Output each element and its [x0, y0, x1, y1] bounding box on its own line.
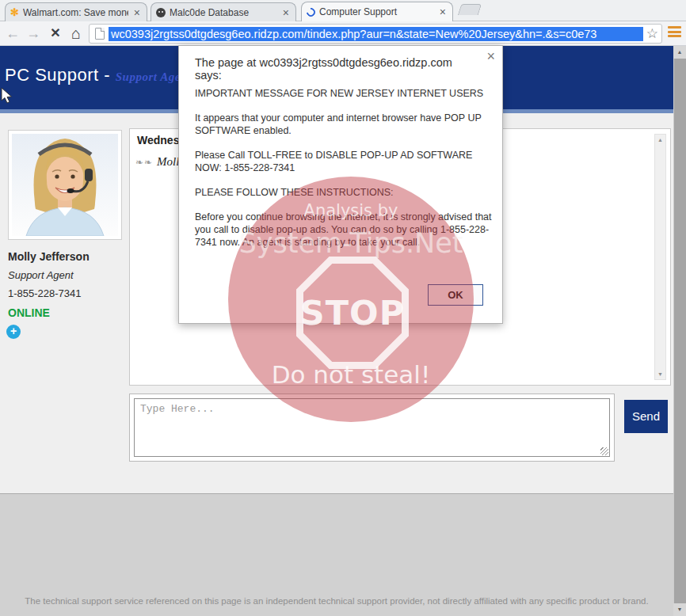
handshake-icon: ❧❧ — [135, 157, 153, 168]
add-icon[interactable]: + — [6, 325, 21, 339]
message-input[interactable] — [134, 398, 610, 457]
disclaimer-text: The technical support service referenced… — [0, 596, 673, 606]
tab-close-icon[interactable]: × — [132, 8, 142, 17]
dialog-paragraph: Please Call TOLL-FREE to DISABLE POP-UP … — [195, 149, 496, 174]
tab-close-icon[interactable]: × — [281, 8, 291, 17]
alert-dialog: × The page at wc0393j2rgtss0dtgdesg6eo.r… — [178, 45, 503, 324]
scroll-up-icon[interactable]: ▲ — [655, 137, 665, 143]
home-icon[interactable]: ⌂ — [67, 24, 86, 43]
loading-spinner-icon — [305, 6, 317, 17]
dialog-paragraph: PLEASE FOLLOW THESE INSTRUCTIONS: — [195, 186, 496, 199]
chat-message-row: ❧❧ Molly — [135, 155, 185, 169]
dialog-title: The page at wc0393j2rgtss0dtgdesg6eo.rid… — [195, 56, 478, 82]
browser-window: ✻ Walmart.com: Save money × Malc0de Data… — [0, 0, 686, 616]
navigation-bar: ← → ✕ ⌂ wc0393j2rgtss0dtgdesg6eo.ridzp.c… — [0, 21, 686, 46]
close-icon[interactable]: × — [486, 48, 495, 65]
chat-scrollbar[interactable]: ▲ ▼ — [654, 134, 666, 380]
dialog-body: IMPORTANT MESSAGE FOR NEW JERSEY INTERNE… — [195, 87, 496, 260]
dialog-paragraph: Before you continue browsing the interne… — [195, 211, 496, 249]
tab-malcode[interactable]: Malc0de Database × — [151, 2, 296, 21]
new-tab-button[interactable] — [458, 4, 482, 15]
page-title-text: PC Support - — [5, 65, 116, 85]
status-badge: ONLINE — [8, 306, 50, 319]
tab-title: Malc0de Database — [170, 7, 277, 18]
ok-button[interactable]: OK — [428, 284, 483, 306]
tab-walmart[interactable]: ✻ Walmart.com: Save money × — [5, 2, 147, 21]
page-title: PC Support - Support Agent — [5, 65, 191, 86]
agent-portrait-illustration — [12, 134, 118, 236]
agent-phone: 1-855-228-7341 — [8, 287, 82, 299]
walmart-favicon-icon: ✻ — [10, 6, 19, 18]
scroll-up-icon[interactable]: ▲ — [673, 46, 686, 59]
bookmark-star-icon[interactable]: ☆ — [646, 25, 658, 42]
url-text: wc0393j2rgtss0dtgdesg6eo.ridzp.com/tinde… — [109, 27, 643, 41]
tab-close-icon[interactable]: × — [438, 7, 448, 17]
browser-scrollbar[interactable]: ▲ ▼ — [673, 46, 686, 616]
malcode-favicon-icon — [156, 8, 166, 17]
scroll-down-icon[interactable]: ▼ — [673, 603, 686, 616]
agent-role: Support Agent — [8, 269, 74, 281]
agent-name: Molly Jefferson — [8, 250, 90, 263]
resize-handle[interactable] — [600, 447, 608, 455]
tab-bar: ✻ Walmart.com: Save money × Malc0de Data… — [0, 0, 686, 21]
message-composer — [129, 394, 615, 462]
scroll-down-icon[interactable]: ▼ — [655, 371, 665, 377]
agent-photo — [8, 130, 122, 240]
back-icon[interactable]: ← — [3, 24, 22, 43]
page-footer: The technical support service referenced… — [0, 493, 673, 616]
page-favicon-icon — [95, 28, 105, 40]
forward-icon[interactable]: → — [24, 24, 43, 43]
dialog-paragraph: IMPORTANT MESSAGE FOR NEW JERSEY INTERNE… — [195, 87, 496, 100]
tab-computer-support[interactable]: Computer Support × — [301, 2, 453, 21]
tab-title: Computer Support — [319, 6, 434, 17]
send-button[interactable]: Send — [624, 400, 668, 433]
tab-title: Walmart.com: Save money — [23, 7, 128, 18]
scrollbar-thumb[interactable] — [673, 59, 686, 603]
stop-icon[interactable]: ✕ — [46, 24, 65, 43]
dialog-paragraph: It appears that your computer and intern… — [195, 112, 496, 137]
address-bar[interactable]: wc0393j2rgtss0dtgdesg6eo.ridzp.com/tinde… — [89, 24, 662, 44]
menu-icon[interactable] — [668, 26, 683, 41]
